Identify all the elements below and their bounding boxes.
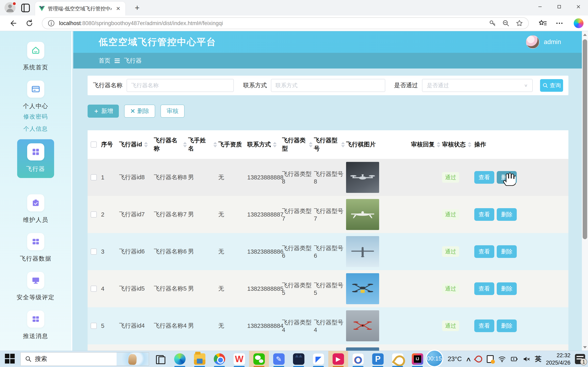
row-checkbox[interactable] (91, 286, 97, 292)
sidebar-link-change-password[interactable]: 修改密码 (24, 113, 48, 120)
taskbar-app-rings[interactable] (348, 351, 368, 367)
col-aircraft-type[interactable]: 飞行器类型 (282, 136, 314, 153)
mouse-cursor (503, 172, 516, 186)
scrollbar-thumb[interactable] (583, 39, 587, 239)
taskbar-app-chrome[interactable] (209, 351, 229, 367)
password-key-icon[interactable] (488, 19, 497, 27)
taskbar-app-docs[interactable]: ◤ (309, 351, 328, 367)
sidebar-item-personal-center[interactable]: 个人中心 (23, 81, 48, 110)
copilot-icon[interactable] (574, 18, 584, 28)
view-button[interactable]: 查看 (474, 319, 494, 332)
taskbar-app-navicat[interactable] (388, 351, 407, 367)
ime-indicator[interactable]: 英 (535, 355, 541, 364)
taskbar-app-notes[interactable]: ✎ (269, 351, 289, 367)
taskbar-app-edge[interactable] (170, 351, 190, 367)
add-button[interactable]: ＋新增 (87, 105, 119, 118)
scroll-down-icon[interactable] (582, 344, 588, 351)
docs-app-icon: ◤ (313, 353, 324, 365)
sidebar-item-home[interactable]: 系统首页 (23, 42, 48, 72)
col-pilot-name[interactable]: 飞手姓名 (188, 136, 218, 153)
taskbar-app-wps[interactable]: W (229, 351, 249, 367)
delete-button[interactable]: 删除 (497, 208, 517, 221)
delete-selected-button[interactable]: ✕删除 (124, 105, 155, 118)
view-button[interactable]: 查看 (474, 208, 494, 221)
col-aircraft-id[interactable]: 飞行器id (119, 141, 154, 149)
cell-index: 3 (101, 248, 119, 255)
cell-pilot: 男 (188, 210, 218, 218)
contact-input[interactable] (271, 79, 385, 92)
col-review-reply[interactable]: 审核回复 (411, 141, 442, 149)
clock-date[interactable]: 22:32 2025/4/26 (546, 352, 571, 366)
view-button[interactable]: 查看 (474, 282, 494, 295)
battery-icon[interactable] (510, 355, 518, 363)
col-contact[interactable]: 联系方式 (247, 141, 282, 149)
taskbar-app-p[interactable]: P (368, 351, 388, 367)
task-view-icon[interactable] (155, 354, 164, 364)
taskbar-app-explorer[interactable] (190, 351, 209, 367)
delete-button[interactable]: 删除 (497, 245, 517, 258)
user-box[interactable]: admin (526, 35, 561, 49)
sidebar-item-push-messages[interactable]: 推送消息 (23, 310, 48, 340)
sidebar-link-personal-info[interactable]: 个人信息 (24, 125, 48, 133)
close-button[interactable] (569, 0, 588, 13)
breadcrumb-home[interactable]: 首页 (99, 57, 111, 65)
row-checkbox[interactable] (91, 174, 97, 180)
tray-expand-icon[interactable]: ∧ (466, 356, 472, 363)
site-info-icon[interactable] (47, 19, 55, 27)
start-button-icon[interactable] (5, 354, 16, 364)
browser-toolbar: localhost:8080/springboothoy487er/admin/… (0, 16, 588, 31)
review-button[interactable]: 审核 (160, 105, 185, 118)
sidebar-item-aircraft[interactable]: 飞行器 (17, 139, 54, 178)
row-checkbox[interactable] (91, 249, 97, 255)
taskbar-app-video[interactable]: ▶ (328, 351, 348, 367)
volume-muted-icon[interactable] (523, 355, 530, 363)
taskbar-app-github[interactable] (289, 351, 309, 367)
search-highlight-image[interactable] (117, 352, 149, 366)
wifi-icon[interactable] (498, 355, 506, 363)
tray-app-icon[interactable] (474, 354, 484, 364)
more-options-icon[interactable] (555, 19, 564, 28)
sort-icons[interactable] (144, 142, 148, 147)
scrollbar[interactable] (582, 31, 588, 351)
col-aircraft-name[interactable]: 飞行器名称 (154, 136, 188, 153)
browser-tab[interactable]: 管理端-低空空域飞行管控中心平台 ✕ (35, 2, 125, 16)
delete-button[interactable]: 删除 (497, 282, 517, 295)
tray-doc-icon[interactable] (487, 355, 494, 363)
favorite-star-icon[interactable] (515, 19, 523, 27)
delete-button[interactable]: 删除 (497, 319, 517, 332)
cell-contact: 13823888887 (247, 211, 282, 218)
clock-widget[interactable]: 00:15 (426, 350, 443, 367)
row-checkbox[interactable] (91, 323, 97, 329)
sidebar-item-aircraft-data[interactable]: 飞行器数据 (20, 233, 52, 263)
row-checkbox[interactable] (91, 211, 97, 217)
query-button[interactable]: 查询 (540, 79, 563, 92)
favorites-bar-icon[interactable] (538, 19, 547, 28)
address-bar[interactable]: localhost:8080/springboothoy487er/admin/… (42, 17, 529, 29)
navicat-icon (392, 353, 403, 365)
taskbar-app-wechat[interactable] (249, 351, 269, 367)
cell-index: 5 (101, 323, 119, 329)
taskbar-search[interactable]: 搜索 (20, 352, 149, 366)
sidebar-item-security-rating[interactable]: 安全等级评定 (17, 272, 55, 301)
view-button[interactable]: 查看 (474, 171, 494, 184)
minimize-button[interactable] (530, 0, 550, 13)
back-icon[interactable] (8, 19, 17, 28)
zoom-out-icon[interactable] (502, 19, 510, 27)
col-aircraft-model[interactable]: 飞行器型号 (314, 136, 346, 153)
scroll-up-icon[interactable] (582, 31, 588, 38)
select-all-checkbox[interactable] (91, 142, 97, 148)
notification-center-icon[interactable]: 1 (575, 354, 585, 364)
aircraft-name-input[interactable] (127, 79, 234, 92)
view-button[interactable]: 查看 (474, 245, 494, 258)
col-review-status[interactable]: 审核状态 (442, 141, 474, 149)
taskbar-app-intellij[interactable] (407, 351, 427, 367)
workspaces-icon[interactable] (21, 4, 30, 12)
new-tab-button[interactable]: + (133, 4, 142, 12)
maximize-button[interactable] (550, 0, 569, 13)
sidebar-item-maintenance-staff[interactable]: 维护人员 (23, 194, 48, 224)
tab-close-icon[interactable]: ✕ (115, 6, 122, 12)
pass-select[interactable]: 是否通过 ∨ (422, 79, 533, 92)
temperature[interactable]: 23°C (448, 355, 462, 363)
cell-contact: 13823888885 (247, 285, 282, 292)
reload-icon[interactable] (25, 19, 34, 28)
